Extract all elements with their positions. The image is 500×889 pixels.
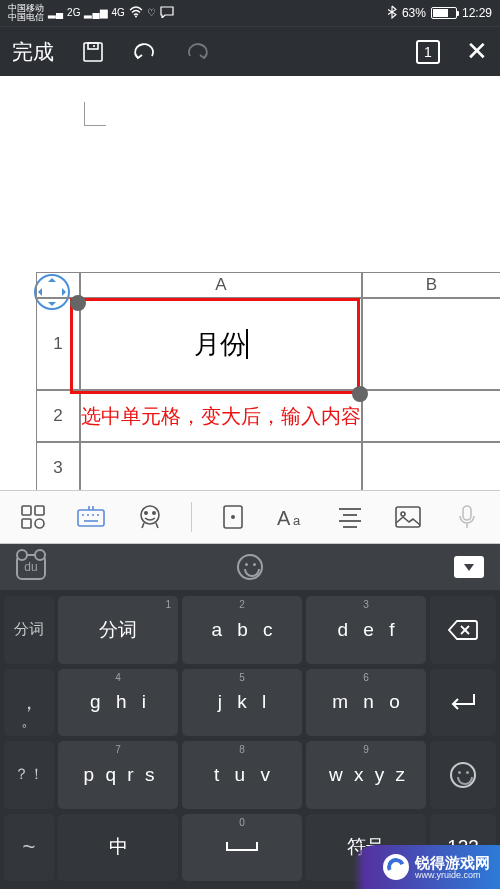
key-3-def[interactable]: 3d e f — [306, 596, 426, 664]
text-cursor — [246, 329, 248, 359]
key-comma[interactable]: ，。 — [4, 669, 54, 737]
battery-icon — [431, 7, 457, 19]
key-space[interactable]: 0 — [182, 814, 302, 882]
net-4g: 4G — [112, 8, 125, 18]
message-icon — [160, 6, 174, 20]
align-icon[interactable] — [333, 500, 367, 534]
watermark-url: www.yruide.com — [415, 870, 490, 880]
done-button[interactable]: 完成 — [12, 38, 54, 66]
key-enter[interactable] — [430, 669, 496, 737]
apps-icon[interactable] — [16, 500, 50, 534]
clock: 12:29 — [462, 6, 492, 20]
svg-rect-29 — [463, 506, 471, 520]
key-fenci[interactable]: 分词 — [4, 596, 54, 664]
key-emoji[interactable] — [430, 741, 496, 809]
key-4-ghi[interactable]: 4g h i — [58, 669, 178, 737]
signal-icon: ▂▄ — [48, 8, 63, 18]
svg-text:a: a — [293, 513, 301, 528]
key-tilde[interactable]: ~ — [4, 814, 54, 882]
cell-B3[interactable] — [362, 442, 500, 494]
keyboard-top-strip: du — [0, 544, 500, 590]
svg-rect-8 — [78, 510, 104, 526]
cell-A2[interactable]: 选中单元格，变大后，输入内容 — [80, 390, 362, 442]
cell-A1[interactable]: 月份 — [80, 298, 362, 390]
save-icon[interactable] — [80, 39, 106, 65]
svg-rect-4 — [22, 506, 31, 515]
collapse-keyboard-icon[interactable] — [454, 556, 484, 578]
document-area[interactable]: 2010 年 A B 1 月份 2 选中单元格，变大后，输入内容 3 — [0, 76, 500, 476]
svg-point-20 — [232, 516, 234, 518]
svg-text:A: A — [277, 507, 291, 529]
carrier-2: 中国电信 — [8, 13, 44, 22]
table[interactable]: A B 1 月份 2 选中单元格，变大后，输入内容 3 4 — [36, 272, 500, 514]
row-header-1[interactable]: 1 — [36, 298, 80, 390]
selection-handle-tl[interactable] — [70, 295, 86, 311]
emoji-icon[interactable] — [237, 554, 263, 580]
cell-B2[interactable] — [362, 390, 500, 442]
watermark-logo-icon — [383, 854, 409, 880]
watermark-brand: 锐得游戏网 — [415, 855, 490, 870]
cell-B1[interactable] — [362, 298, 500, 390]
keyboard-toggle-icon[interactable] — [74, 500, 108, 534]
key-question[interactable]: ？！ — [4, 741, 54, 809]
signal-icon-2: ▂▄▆ — [84, 8, 107, 18]
key-1[interactable]: 1分词 — [58, 596, 178, 664]
format-toolbar: Aa — [0, 490, 500, 544]
battery-percent: 63% — [402, 6, 426, 20]
svg-point-7 — [35, 519, 44, 528]
undo-icon[interactable] — [132, 39, 158, 65]
key-9-wxyz[interactable]: 9w x y z — [306, 741, 426, 809]
key-6-mno[interactable]: 6m n o — [306, 669, 426, 737]
key-7-pqrs[interactable]: 7p q r s — [58, 741, 178, 809]
selection-handle-br[interactable] — [352, 386, 368, 402]
assistant-icon[interactable] — [133, 500, 167, 534]
svg-point-17 — [145, 512, 147, 514]
annotation-text: 选中单元格，变大后，输入内容 — [81, 403, 361, 430]
redo-icon — [184, 39, 210, 65]
bluetooth-icon — [388, 5, 397, 22]
voice-icon[interactable] — [450, 500, 484, 534]
key-backspace[interactable] — [430, 596, 496, 664]
key-5-jkl[interactable]: 5j k l — [182, 669, 302, 737]
svg-rect-2 — [88, 43, 98, 49]
svg-rect-27 — [396, 507, 420, 527]
font-icon[interactable]: Aa — [275, 500, 309, 534]
col-header-A[interactable]: A — [80, 272, 362, 298]
key-2-abc[interactable]: 2a b c — [182, 596, 302, 664]
close-button[interactable]: ✕ — [466, 36, 488, 67]
row-header-2[interactable]: 2 — [36, 390, 80, 442]
key-8-tuv[interactable]: 8t u v — [182, 741, 302, 809]
heart-icon: ♡ — [147, 8, 156, 18]
table-corner[interactable] — [36, 272, 80, 298]
svg-point-0 — [135, 16, 137, 18]
page-icon[interactable] — [216, 500, 250, 534]
ime-logo-icon[interactable]: du — [16, 554, 46, 580]
svg-point-16 — [141, 506, 159, 524]
key-lang-zh[interactable]: 中 — [58, 814, 178, 882]
status-bar: 中国移动 中国电信 ▂▄ 2G ▂▄▆ 4G ♡ 63% 12:29 — [0, 0, 500, 26]
cell-A1-value: 月份 — [194, 327, 246, 362]
toolbar-separator — [191, 502, 192, 532]
wifi-icon — [129, 6, 143, 20]
col-header-B[interactable]: B — [362, 272, 500, 298]
image-icon[interactable] — [391, 500, 425, 534]
cell-A3[interactable] — [80, 442, 362, 494]
page-corner-mark — [84, 102, 106, 126]
app-toolbar: 完成 1 ✕ — [0, 26, 500, 76]
net-2g: 2G — [67, 8, 80, 18]
svg-rect-5 — [35, 506, 44, 515]
svg-rect-6 — [22, 519, 31, 528]
svg-point-28 — [401, 512, 405, 516]
watermark: 锐得游戏网 www.yruide.com — [353, 845, 500, 889]
svg-rect-1 — [84, 43, 102, 61]
row-header-3[interactable]: 3 — [36, 442, 80, 494]
page-indicator[interactable]: 1 — [416, 40, 440, 64]
svg-point-18 — [153, 512, 155, 514]
